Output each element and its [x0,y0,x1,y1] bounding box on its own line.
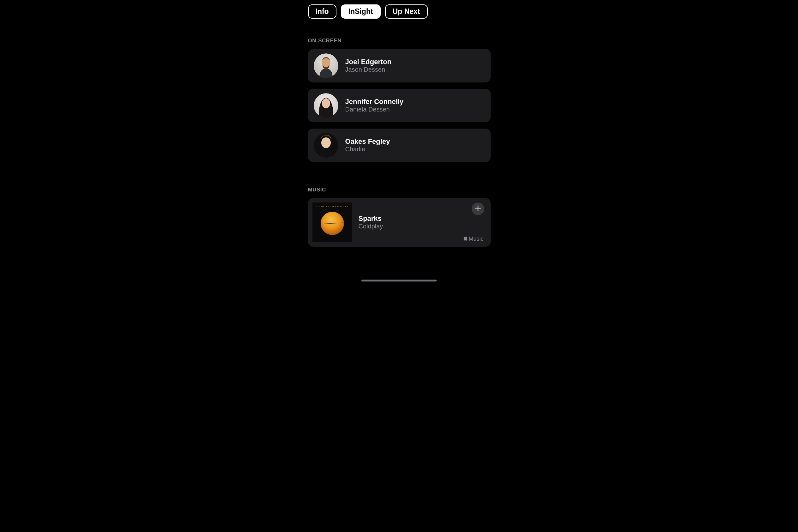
actor-name: Oakes Fegley [345,137,390,145]
avatar [314,93,338,118]
home-indicator[interactable] [361,280,437,282]
svg-point-3 [322,98,330,108]
actor-name: Jennifer Connelly [345,98,404,106]
actor-card[interactable]: Oakes Fegley Charlie [308,129,491,162]
track-artist: Coldplay [359,223,485,230]
track-title: Sparks [359,214,485,223]
plus-icon [475,205,481,213]
music-card[interactable]: COLDPLAY · PARACHUTES Sparks [308,198,491,247]
tab-insight[interactable]: InSight [341,4,381,19]
album-art: COLDPLAY · PARACHUTES [312,203,352,242]
actor-role: Jason Dessen [345,66,392,74]
tab-info[interactable]: Info [308,4,337,19]
tab-up-next[interactable]: Up Next [385,4,428,19]
apple-logo-icon [463,236,468,242]
actor-card[interactable]: Joel Edgerton Jason Dessen [308,49,491,82]
music-header: MUSIC [308,187,491,193]
svg-point-5 [321,137,331,148]
avatar [314,53,338,78]
actor-name: Joel Edgerton [345,58,392,66]
actor-role: Daniela Dessen [345,106,404,113]
add-to-library-button[interactable] [472,203,484,215]
onscreen-header: ON-SCREEN [308,38,491,44]
album-label: COLDPLAY · PARACHUTES [312,205,352,208]
avatar [314,133,338,158]
actor-card[interactable]: Jennifer Connelly Daniela Dessen [308,89,491,122]
actor-role: Charlie [345,145,390,153]
tab-row: Info InSight Up Next [308,4,491,19]
service-name: Music [469,236,483,242]
apple-music-badge: Music [463,236,483,242]
